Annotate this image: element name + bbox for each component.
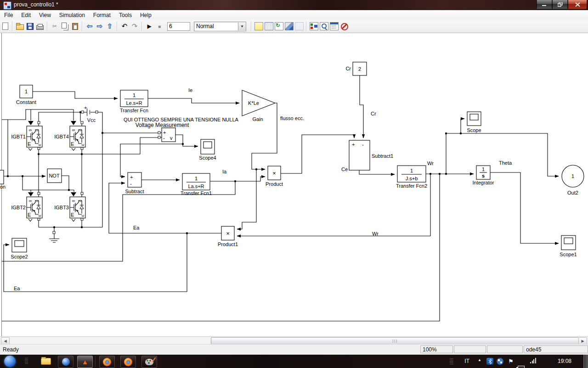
menu-tools[interactable]: Tools — [115, 11, 136, 19]
bluetooth-icon[interactable] — [486, 358, 493, 365]
incremental-build-button[interactable] — [254, 21, 264, 31]
block-label: Voltage Measurement — [136, 122, 189, 128]
block-subtract[interactable]: + - Subtract — [125, 172, 144, 194]
menu-bar: File Edit View Simulation Format Tools H… — [0, 10, 588, 20]
save-floppy-icon — [27, 23, 34, 30]
refresh-model-button[interactable] — [274, 21, 284, 31]
show-desktop-button[interactable] — [583, 355, 588, 368]
debug-disabled-button[interactable] — [339, 21, 349, 31]
block-scope2[interactable]: Scope2 — [11, 238, 28, 259]
stop-simulation-button[interactable]: ■ — [154, 21, 164, 31]
model-canvas[interactable]: g C E E — [0, 33, 588, 336]
quicklaunch-grip[interactable] — [25, 358, 28, 365]
taskbar-firefox2-button[interactable] — [120, 356, 136, 368]
chevron-down-icon: ▼ — [238, 23, 246, 30]
block-scope[interactable]: Scope — [467, 112, 481, 133]
block-transfer-fcn[interactable]: 1 Le.s+R Transfer Fcn — [120, 90, 148, 113]
block-not[interactable]: NOT — [47, 169, 62, 183]
simulation-mode-select[interactable]: Normal ▼ — [194, 22, 246, 31]
incremental-build-icon — [254, 22, 263, 30]
paste-button[interactable] — [70, 21, 80, 31]
model-explorer-button[interactable] — [329, 21, 339, 31]
menu-file[interactable]: File — [0, 11, 17, 19]
menu-format[interactable]: Format — [89, 11, 115, 19]
minimize-button[interactable] — [537, 0, 552, 9]
block-igbt2[interactable]: IGBT2 — [11, 197, 42, 218]
block-cr-constant[interactable]: 2 Cr — [345, 62, 367, 75]
block-label: on — [0, 184, 6, 190]
copy-button[interactable] — [60, 21, 70, 31]
signal-strength-icon[interactable] — [530, 358, 537, 363]
block-scope4[interactable]: Scope4 — [199, 139, 216, 161]
redo-button[interactable]: ↷ — [130, 21, 140, 31]
up-button[interactable]: ⇧ — [105, 21, 115, 31]
status-solver[interactable]: ode45 — [524, 345, 588, 353]
redo-icon: ↷ — [132, 22, 138, 30]
block-product[interactable]: × Product — [266, 166, 283, 187]
build-all-button[interactable] — [284, 21, 294, 31]
block-product1[interactable]: × Product1 — [218, 226, 238, 247]
svg-text:1: 1 — [571, 173, 574, 179]
network-activity-icon[interactable] — [497, 358, 503, 365]
print-button[interactable] — [35, 21, 45, 31]
simulink-window: prova_controllo1 * File Edit View Simula… — [0, 0, 588, 368]
annotation-warning[interactable]: QUI OTTENGO SEMPRE UNA TENSIONE NULLA — [124, 117, 238, 122]
new-file-button[interactable] — [0, 21, 10, 31]
svg-text:-: - — [163, 135, 165, 141]
save-button[interactable] — [25, 21, 35, 31]
status-zoom: 100% — [420, 345, 453, 353]
toggle-model-browser-button[interactable] — [264, 21, 274, 31]
open-button[interactable] — [15, 21, 25, 31]
undo-button[interactable]: ↶ — [119, 21, 130, 31]
block-transfer-fcn2[interactable]: 1 J.s+b Transfer Fcn2 — [396, 166, 427, 189]
block-out2[interactable]: 1 Out2 — [562, 165, 584, 196]
status-ready: Ready — [3, 346, 19, 353]
status-cell-3 — [487, 345, 523, 353]
block-gain[interactable]: K*Le Gain — [242, 90, 275, 122]
taskbar-explorer-button[interactable] — [39, 356, 53, 367]
block-pulse-source[interactable]: on — [0, 170, 6, 190]
block-integrator[interactable]: 1 s Integrator — [472, 166, 494, 185]
block-scope1[interactable]: Scope1 — [560, 236, 577, 257]
menu-simulation[interactable]: Simulation — [55, 11, 89, 19]
simulation-stop-time-field[interactable] — [167, 22, 190, 31]
taskbar-firefox1-button[interactable] — [99, 356, 115, 368]
find-in-model-button[interactable] — [319, 21, 329, 31]
menu-view[interactable]: View — [35, 11, 55, 19]
forward-button[interactable]: ⇨ — [95, 21, 105, 31]
close-button[interactable] — [568, 0, 587, 9]
block-subtract1[interactable]: + - Subtract1 — [349, 140, 393, 170]
restore-button[interactable] — [552, 0, 568, 9]
menu-edit[interactable]: Edit — [17, 11, 35, 19]
build-stack-icon — [285, 22, 294, 30]
title-bar[interactable]: prova_controllo1 * — [0, 0, 588, 10]
block-transfer-fcn1[interactable]: 1 La.s+R Transfer Fcn1 — [181, 173, 212, 196]
clock[interactable]: 19:08 — [558, 358, 571, 364]
start-button[interactable] — [4, 356, 16, 367]
taskbar-browser-button[interactable] — [58, 356, 74, 368]
block-igbt4[interactable]: IGBT4 — [54, 126, 85, 147]
svg-text:Wr: Wr — [372, 231, 379, 236]
power-plug-icon[interactable] — [518, 366, 525, 368]
action-center-flag-icon[interactable]: ⚑ — [508, 358, 514, 365]
show-hidden-icons[interactable]: ▲ — [478, 358, 481, 362]
taskbar-matlab-button[interactable]: ▲ — [77, 356, 93, 368]
cut-button[interactable]: ✂ — [50, 21, 60, 31]
block-igbt3[interactable]: IGBT3 — [54, 197, 85, 218]
model-explorer-icon — [330, 22, 339, 30]
language-indicator[interactable]: IT — [464, 358, 469, 364]
back-button[interactable]: ⇦ — [85, 21, 95, 31]
block-diagram[interactable]: g C E E — [0, 33, 588, 336]
block-constant[interactable]: 1 Constant — [16, 85, 36, 105]
launch-model-browser-button[interactable] — [309, 21, 319, 31]
no-debug-icon — [340, 23, 348, 30]
svg-text:+: + — [163, 130, 166, 135]
menu-help[interactable]: Help — [136, 11, 156, 19]
start-simulation-button[interactable]: ▶ — [144, 21, 154, 31]
play-icon: ▶ — [147, 23, 151, 29]
horizontal-scrollbar[interactable]: ◀ ▶ — [0, 336, 588, 345]
copy-icon — [62, 23, 67, 29]
block-voltage-measurement[interactable]: + - v Voltage Measurement — [136, 122, 189, 142]
taskbar-paint-button[interactable] — [141, 356, 157, 368]
block-igbt1[interactable]: IGBT1 — [11, 126, 42, 147]
